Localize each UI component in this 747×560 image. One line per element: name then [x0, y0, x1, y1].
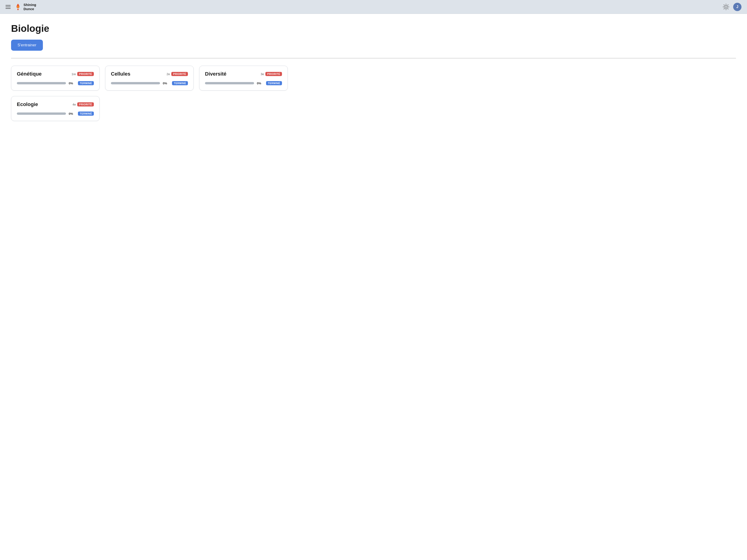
priority-group-cellules: 2e PRIORITÉ [167, 72, 188, 76]
priority-number-diversite: 3e [261, 72, 264, 76]
app-header: Shining Dunce J [0, 0, 747, 14]
logo[interactable]: Shining Dunce [14, 3, 36, 11]
svg-line-8 [728, 5, 728, 5]
card-title-genetique: Génétique [17, 71, 42, 77]
svg-point-0 [17, 9, 19, 10]
termine-badge-diversite: TERMINÉ [266, 81, 282, 85]
priority-badge-cellules: PRIORITÉ [171, 72, 188, 76]
theme-toggle-icon[interactable] [723, 3, 729, 10]
flame-icon [14, 3, 22, 10]
progress-percent-cellules: 0% [163, 82, 169, 85]
priority-number-genetique: 1re [72, 72, 76, 76]
card-footer-cellules: 0% TERMINÉ [111, 81, 188, 85]
priority-number-ecologie: 4e [73, 103, 76, 106]
progress-percent-ecologie: 0% [69, 112, 75, 115]
card-cellules[interactable]: Cellules 2e PRIORITÉ 0% TERMINÉ [105, 66, 194, 90]
svg-line-9 [724, 8, 725, 9]
card-footer-diversite: 0% TERMINÉ [205, 81, 282, 85]
menu-button[interactable] [5, 5, 10, 9]
priority-badge-genetique: PRIORITÉ [77, 72, 94, 76]
svg-point-1 [725, 5, 727, 8]
priority-group-diversite: 3e PRIORITÉ [261, 72, 282, 76]
card-diversite[interactable]: Diversité 3e PRIORITÉ 0% TERMINÉ [199, 66, 288, 90]
termine-badge-genetique: TERMINÉ [78, 81, 94, 85]
cards-grid-row1: Génétique 1re PRIORITÉ 0% TERMINÉ Cellul… [11, 66, 288, 90]
page-title: Biologie [11, 23, 736, 34]
section-divider [11, 58, 736, 58]
card-genetique[interactable]: Génétique 1re PRIORITÉ 0% TERMINÉ [11, 66, 100, 90]
progress-bar-diversite [205, 82, 254, 84]
termine-badge-ecologie: TERMINÉ [78, 111, 94, 116]
progress-bar-ecologie [17, 112, 66, 115]
card-footer-ecologie: 0% TERMINÉ [17, 111, 94, 116]
card-title-diversite: Diversité [205, 71, 226, 77]
priority-group-genetique: 1re PRIORITÉ [72, 72, 94, 76]
logo-text: Shining Dunce [24, 3, 36, 11]
termine-badge-cellules: TERMINÉ [172, 81, 188, 85]
progress-bar-genetique [17, 82, 66, 84]
card-header-diversite: Diversité 3e PRIORITÉ [205, 71, 282, 77]
train-button[interactable]: S'entrainer [11, 39, 43, 51]
priority-number-cellules: 2e [167, 72, 170, 76]
progress-percent-diversite: 0% [257, 82, 263, 85]
header-left: Shining Dunce [5, 3, 36, 11]
priority-badge-diversite: PRIORITÉ [265, 72, 282, 76]
priority-group-ecologie: 4e PRIORITÉ [73, 102, 94, 106]
progress-bar-cellules [111, 82, 160, 84]
card-title-cellules: Cellules [111, 71, 130, 77]
card-ecologie[interactable]: Ecologie 4e PRIORITÉ 0% TERMINÉ [11, 96, 100, 121]
user-avatar[interactable]: J [733, 3, 742, 11]
progress-percent-genetique: 0% [69, 82, 75, 85]
header-right: J [723, 3, 742, 11]
card-footer-genetique: 0% TERMINÉ [17, 81, 94, 85]
main-content: Biologie S'entrainer Génétique 1re PRIOR… [0, 14, 747, 560]
cards-grid-row2: Ecologie 4e PRIORITÉ 0% TERMINÉ [11, 96, 288, 121]
card-header-ecologie: Ecologie 4e PRIORITÉ [17, 101, 94, 107]
card-title-ecologie: Ecologie [17, 101, 38, 107]
card-header-cellules: Cellules 2e PRIORITÉ [111, 71, 188, 77]
svg-line-6 [724, 5, 725, 5]
svg-line-7 [728, 8, 728, 9]
priority-badge-ecologie: PRIORITÉ [77, 102, 94, 106]
card-header-genetique: Génétique 1re PRIORITÉ [17, 71, 94, 77]
